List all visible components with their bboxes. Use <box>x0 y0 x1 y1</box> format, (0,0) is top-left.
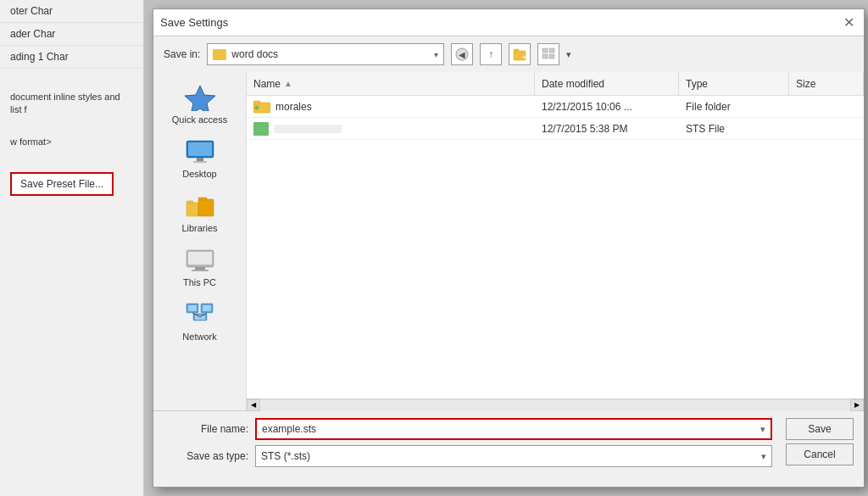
col-header-size[interactable]: Size <box>789 72 864 95</box>
sidebar-item-libraries[interactable]: Libraries <box>162 187 238 238</box>
file-date-2: 12/7/2015 5:38 PM <box>542 123 627 135</box>
save-preset-button[interactable]: Save Preset File... <box>10 172 114 196</box>
filename-label: File name: <box>164 423 248 435</box>
save-in-folder-name: word docs <box>231 48 429 60</box>
bg-text-1: document inline styles and list f <box>0 86 143 122</box>
svg-rect-34 <box>255 123 267 135</box>
filename-dropdown-arrow[interactable]: ▾ <box>760 424 765 435</box>
this-pc-label: This PC <box>183 277 216 287</box>
svg-rect-22 <box>192 270 209 271</box>
sts-file-icon <box>253 122 269 136</box>
folder-icon <box>213 49 226 60</box>
footer-fields: File name: example.sts ▾ Save as type: S… <box>164 418 772 472</box>
footer-button-group: Save Cancel <box>786 418 854 465</box>
up-icon: ↑ <box>484 47 498 61</box>
sidebar-item-desktop[interactable]: Desktop <box>162 133 238 184</box>
svg-rect-18 <box>198 198 207 200</box>
nav-view-button[interactable] <box>537 43 559 65</box>
file-type-cell-2: STS File <box>679 123 789 135</box>
dialog-title: Save Settings <box>160 16 228 29</box>
libraries-label: Libraries <box>181 223 217 233</box>
table-row[interactable]: 12/7/2015 5:38 PM STS File <box>247 118 864 140</box>
filetype-label: Save as type: <box>164 450 248 462</box>
filetype-dropdown-arrow[interactable]: ▾ <box>761 451 766 462</box>
back-icon: ◀ <box>455 47 469 61</box>
save-settings-dialog: Save Settings ✕ Save in: word docs ▾ ◀ ↑… <box>153 8 865 488</box>
dialog-close-button[interactable]: ✕ <box>840 14 857 31</box>
svg-rect-28 <box>195 315 205 320</box>
folder-file-icon <box>253 100 270 114</box>
sts-icon-svg <box>255 123 267 135</box>
libraries-icon <box>183 192 217 220</box>
scroll-track[interactable] <box>260 399 850 411</box>
scroll-right-button[interactable]: ▶ <box>850 399 864 411</box>
svg-rect-16 <box>186 201 193 203</box>
view-dropdown-arrow[interactable]: ▾ <box>566 49 571 60</box>
bg-item-3: ading 1 Char <box>0 46 143 69</box>
bg-text-2: w format> <box>0 131 143 153</box>
svg-rect-26 <box>203 305 211 311</box>
file-list-body: morales 12/21/2015 10:06 ... File folder <box>247 96 864 398</box>
toolbar-row: Save in: word docs ▾ ◀ ↑ + <box>153 36 864 72</box>
desktop-label: Desktop <box>182 169 216 179</box>
svg-text:↑: ↑ <box>488 48 493 60</box>
filename-value: example.sts <box>262 423 757 435</box>
col-sort-arrow: ▲ <box>284 79 292 88</box>
quick-access-label: Quick access <box>172 114 227 125</box>
sidebar-item-quick-access[interactable]: Quick access <box>162 79 238 130</box>
svg-rect-14 <box>193 161 207 163</box>
svg-rect-8 <box>542 54 548 59</box>
svg-rect-12 <box>188 142 212 156</box>
network-icon <box>183 301 217 328</box>
col-header-name[interactable]: Name ▲ <box>247 72 535 95</box>
network-svg <box>184 302 216 327</box>
file-name: morales <box>275 101 312 113</box>
filetype-combo[interactable]: STS (*.sts) ▾ <box>255 445 772 467</box>
desktop-icon <box>183 138 217 165</box>
svg-rect-20 <box>188 252 212 265</box>
scroll-left-button[interactable]: ◀ <box>247 399 260 411</box>
sidebar-item-network[interactable]: Network <box>162 296 238 347</box>
this-pc-svg <box>185 248 215 272</box>
nav-up-button[interactable]: ↑ <box>480 43 502 65</box>
footer-fields-and-buttons: File name: example.sts ▾ Save as type: S… <box>164 418 854 472</box>
file-type-cell: File folder <box>679 101 789 113</box>
col-header-type[interactable]: Type <box>679 72 789 95</box>
file-date-cell-2: 12/7/2015 5:38 PM <box>535 123 679 135</box>
background-panel: oter Char ader Char ading 1 Char documen… <box>0 0 144 496</box>
svg-rect-6 <box>542 48 548 53</box>
col-header-date[interactable]: Date modified <box>535 72 679 95</box>
nav-back-button[interactable]: ◀ <box>451 43 473 65</box>
dialog-footer: File name: example.sts ▾ Save as type: S… <box>153 410 864 479</box>
desktop-svg <box>185 140 215 164</box>
svg-text:◀: ◀ <box>459 50 465 59</box>
filename-row: File name: example.sts ▾ <box>164 418 772 440</box>
horizontal-scrollbar[interactable]: ◀ ▶ <box>247 398 864 410</box>
file-date-cell: 12/21/2015 10:06 ... <box>535 101 679 113</box>
star-icon <box>184 84 216 111</box>
svg-rect-32 <box>253 101 260 104</box>
filename-combo[interactable]: example.sts ▾ <box>255 418 772 440</box>
libraries-svg <box>185 194 215 218</box>
file-list-area: Name ▲ Date modified Type Size <box>247 72 864 410</box>
svg-rect-21 <box>195 267 205 270</box>
table-row[interactable]: morales 12/21/2015 10:06 ... File folder <box>247 96 864 118</box>
nav-folder-button[interactable]: + <box>509 43 531 65</box>
blurred-filename <box>274 125 342 133</box>
save-button[interactable]: Save <box>786 418 854 440</box>
save-in-combo[interactable]: word docs ▾ <box>207 43 444 65</box>
filetype-row: Save as type: STS (*.sts) ▾ <box>164 445 772 467</box>
network-label: Network <box>182 332 216 342</box>
svg-rect-4 <box>514 49 519 52</box>
file-name-cell-2 <box>247 122 535 136</box>
this-pc-icon <box>183 247 217 274</box>
dialog-titlebar: Save Settings ✕ <box>153 9 864 36</box>
svg-point-33 <box>255 106 259 109</box>
cancel-button[interactable]: Cancel <box>786 443 854 465</box>
dialog-sidebar: Quick access Desktop <box>153 72 247 410</box>
svg-rect-15 <box>186 203 198 216</box>
filetype-value: STS (*.sts) <box>261 450 758 462</box>
sidebar-item-this-pc[interactable]: This PC <box>162 242 238 293</box>
file-type-2: STS File <box>686 123 725 135</box>
svg-rect-24 <box>188 305 197 311</box>
